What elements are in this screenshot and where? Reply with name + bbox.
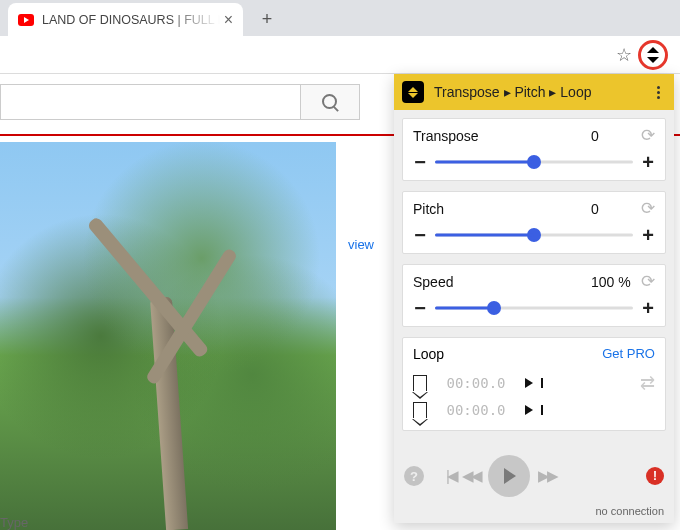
search-input[interactable] — [0, 84, 300, 120]
repeat-icon[interactable]: ⇄ — [640, 372, 655, 394]
player-controls: ? |◀ ◀◀ ▶▶ ! — [394, 449, 674, 503]
speed-label: Speed — [413, 274, 591, 290]
new-tab-button[interactable]: + — [253, 5, 281, 33]
video-frame-image — [0, 142, 336, 530]
loop-end-row — [413, 398, 655, 422]
pitch-value: 0 — [591, 201, 641, 217]
rewind-icon[interactable]: ◀◀ — [462, 467, 480, 485]
bookmark-start-icon[interactable] — [413, 375, 427, 391]
browser-tab-strip: LAND OF DINOSAURS | FULL M × + — [0, 0, 680, 36]
speed-slider[interactable] — [435, 300, 633, 316]
transpose-card: Transpose 0 ⟳ − + — [402, 118, 666, 181]
speed-minus-button[interactable]: − — [413, 298, 427, 318]
pitch-label: Pitch — [413, 201, 591, 217]
pitch-card: Pitch 0 ⟳ − + — [402, 191, 666, 254]
connection-status: no connection — [394, 503, 674, 523]
play-button[interactable] — [488, 455, 530, 497]
help-icon[interactable]: ? — [404, 466, 424, 486]
transpose-label: Transpose — [413, 128, 591, 144]
reset-icon[interactable]: ⟳ — [641, 273, 655, 290]
pitch-slider[interactable] — [435, 227, 633, 243]
loop-card: Loop Get PRO ⇄ — [402, 337, 666, 431]
bookmark-star-icon[interactable]: ☆ — [616, 44, 632, 66]
goto-start-icon[interactable] — [525, 378, 533, 388]
loop-end-time-input[interactable] — [441, 402, 511, 418]
search-bar — [0, 84, 360, 120]
close-tab-icon[interactable]: × — [224, 11, 233, 29]
bookmark-end-icon[interactable] — [413, 402, 427, 418]
slider-thumb[interactable] — [527, 155, 541, 169]
speed-card: Speed 100 % ⟳ − + — [402, 264, 666, 327]
video-player[interactable] — [0, 142, 336, 530]
error-icon[interactable]: ! — [646, 467, 664, 485]
play-icon — [504, 468, 516, 484]
popup-body: Transpose 0 ⟳ − + Pitch 0 ⟳ − — [394, 110, 674, 449]
speed-value: 100 % — [591, 274, 641, 290]
slider-thumb[interactable] — [487, 301, 501, 315]
forward-icon[interactable]: ▶▶ — [538, 467, 556, 485]
browser-toolbar: ☆ — [0, 36, 680, 74]
youtube-favicon — [18, 14, 34, 26]
loop-start-row: ⇄ — [413, 368, 655, 398]
svg-marker-1 — [647, 57, 659, 63]
transpose-logo-icon — [402, 81, 424, 103]
transpose-slider[interactable] — [435, 154, 633, 170]
transpose-plus-button[interactable]: + — [641, 152, 655, 172]
loop-start-time-input[interactable] — [441, 375, 511, 391]
loop-label: Loop — [413, 346, 444, 362]
popup-title: Transpose ▸ Pitch ▸ Loop — [434, 84, 650, 100]
reset-icon[interactable]: ⟳ — [641, 200, 655, 217]
get-pro-link[interactable]: Get PRO — [602, 346, 655, 362]
reset-icon[interactable]: ⟳ — [641, 127, 655, 144]
tab-title: LAND OF DINOSAURS | FULL M — [42, 13, 220, 27]
transpose-value: 0 — [591, 128, 641, 144]
transpose-minus-button[interactable]: − — [413, 152, 427, 172]
popup-header: Transpose ▸ Pitch ▸ Loop — [394, 74, 674, 110]
skip-back-icon[interactable]: |◀ — [446, 467, 456, 485]
view-link-fragment[interactable]: view — [348, 237, 374, 252]
transpose-extension-popup: Transpose ▸ Pitch ▸ Loop Transpose 0 ⟳ −… — [394, 74, 674, 523]
more-menu-icon[interactable] — [650, 86, 666, 99]
type-label-fragment: Type — [0, 515, 28, 530]
speed-plus-button[interactable]: + — [641, 298, 655, 318]
search-button[interactable] — [300, 84, 360, 120]
pitch-minus-button[interactable]: − — [413, 225, 427, 245]
slider-thumb[interactable] — [527, 228, 541, 242]
pitch-plus-button[interactable]: + — [641, 225, 655, 245]
goto-end-icon[interactable] — [525, 405, 533, 415]
browser-tab[interactable]: LAND OF DINOSAURS | FULL M × — [8, 3, 243, 36]
svg-marker-0 — [647, 47, 659, 53]
search-icon — [322, 94, 338, 110]
transpose-extension-button[interactable] — [638, 40, 668, 70]
